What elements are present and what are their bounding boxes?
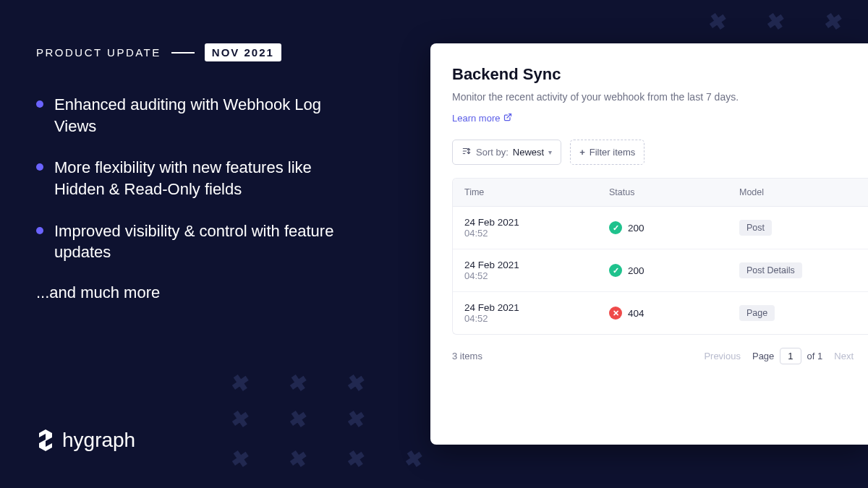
col-time: Time: [464, 187, 609, 197]
page-number-input[interactable]: 1: [780, 348, 801, 364]
cell-date: 24 Feb 2021: [464, 302, 609, 313]
decor-x-icon: ✖: [346, 407, 367, 432]
cell-status: ✕ 404: [609, 307, 739, 320]
col-model: Model: [739, 187, 856, 197]
brand-mark-icon: [36, 429, 55, 452]
cell-time: 24 Feb 2021 04:52: [464, 217, 609, 239]
svg-line-0: [507, 114, 511, 119]
toolbar: Sort by: Newest ▾ + Filter items: [452, 140, 868, 165]
decor-x-icon: ✖: [765, 9, 787, 34]
status-code: 404: [628, 308, 644, 319]
bullet-item: Enhanced auditing with Webhook Log Views: [54, 94, 351, 137]
header-divider: [171, 52, 195, 53]
decor-x-icon: ✖: [230, 407, 252, 432]
page-of-label: of 1: [807, 351, 823, 361]
header-row: PRODUCT UPDATE NOV 2021: [36, 43, 398, 61]
panel-subtitle: Monitor the recent activity of your webh…: [452, 91, 868, 103]
cell-model: Post Details: [739, 262, 856, 278]
filter-button[interactable]: + Filter items: [570, 140, 644, 165]
sort-value: Newest: [513, 147, 544, 158]
webhook-panel: Backend Sync Monitor the recent activity…: [430, 43, 868, 445]
table-header: Time Status Model: [453, 179, 868, 207]
learn-more-label: Learn more: [452, 113, 500, 124]
item-count: 3 items: [452, 351, 482, 361]
brand-logo: hygraph: [36, 429, 135, 452]
sort-icon: [461, 146, 472, 158]
header-label: PRODUCT UPDATE: [36, 46, 161, 59]
sort-label: Sort by:: [476, 147, 509, 158]
cell-status: ✓ 200: [609, 221, 739, 234]
model-pill: Post: [739, 220, 772, 236]
next-button[interactable]: Next: [834, 351, 854, 361]
status-code: 200: [628, 265, 644, 276]
decor-x-icon: ✖: [346, 371, 367, 395]
cell-date: 24 Feb 2021: [464, 217, 609, 228]
panel-title: Backend Sync: [452, 65, 868, 84]
cell-date: 24 Feb 2021: [464, 260, 609, 270]
sort-button[interactable]: Sort by: Newest ▾: [452, 140, 561, 165]
decor-x-icon: ✖: [404, 447, 425, 471]
webhook-table: Time Status Model 24 Feb 2021 04:52 ✓ 20…: [452, 178, 868, 335]
bullet-list: Enhanced auditing with Webhook Log Views…: [36, 94, 398, 263]
decor-x-icon: ✖: [230, 371, 252, 395]
plus-icon: +: [579, 147, 585, 158]
table-row[interactable]: 24 Feb 2021 04:52 ✕ 404 Page: [453, 292, 868, 334]
model-pill: Post Details: [739, 262, 802, 278]
pager: Previous Page 1 of 1 Next: [704, 348, 854, 364]
table-footer: 3 items Previous Page 1 of 1 Next: [452, 335, 868, 364]
filter-label: Filter items: [590, 147, 636, 158]
table-row[interactable]: 24 Feb 2021 04:52 ✓ 200 Post: [453, 207, 868, 249]
page-indicator: Page 1 of 1: [752, 348, 822, 364]
cell-time: 24 Feb 2021 04:52: [464, 260, 609, 281]
prev-button[interactable]: Previous: [704, 351, 741, 361]
more-text: ...and much more: [36, 283, 398, 302]
cell-status: ✓ 200: [609, 264, 739, 277]
status-success-icon: ✓: [609, 264, 622, 277]
decor-x-icon: ✖: [288, 407, 310, 432]
brand-wordmark: hygraph: [62, 429, 135, 452]
decor-x-icon: ✖: [707, 9, 729, 34]
cell-clock: 04:52: [464, 270, 609, 281]
decor-x-icon: ✖: [346, 447, 367, 471]
learn-more-link[interactable]: Learn more: [452, 113, 512, 124]
cell-model: Post: [739, 220, 856, 236]
external-link-icon: [503, 113, 512, 124]
header-badge: NOV 2021: [205, 43, 281, 61]
chevron-down-icon: ▾: [548, 148, 552, 156]
bullet-item: More flexibility with new features like …: [54, 157, 351, 200]
decor-x-icon: ✖: [288, 447, 310, 471]
cell-clock: 04:52: [464, 313, 609, 324]
cell-model: Page: [739, 305, 856, 321]
left-panel: PRODUCT UPDATE NOV 2021 Enhanced auditin…: [36, 43, 398, 302]
bullet-item: Improved visibility & control with featu…: [54, 221, 351, 263]
model-pill: Page: [739, 305, 775, 321]
cell-time: 24 Feb 2021 04:52: [464, 302, 609, 324]
table-row[interactable]: 24 Feb 2021 04:52 ✓ 200 Post Details: [453, 249, 868, 292]
status-code: 200: [628, 223, 644, 234]
status-success-icon: ✓: [609, 221, 622, 234]
decor-x-icon: ✖: [230, 447, 252, 471]
col-status: Status: [609, 187, 739, 197]
decor-x-icon: ✖: [288, 371, 310, 395]
status-error-icon: ✕: [609, 307, 622, 320]
decor-x-icon: ✖: [823, 9, 845, 34]
page-label: Page: [752, 351, 774, 361]
cell-clock: 04:52: [464, 228, 609, 239]
